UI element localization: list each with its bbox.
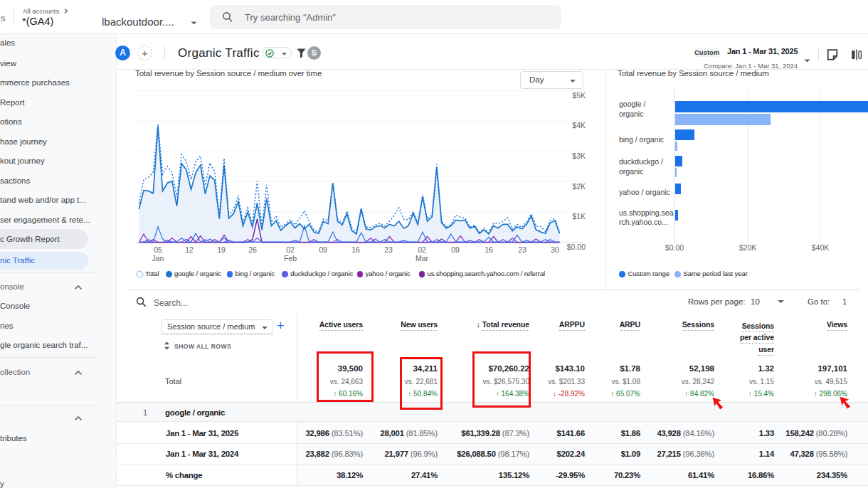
svg-text:09: 09 xyxy=(451,245,460,254)
svg-text:02: 02 xyxy=(418,245,426,254)
svg-text:yahoo / organic: yahoo / organic xyxy=(619,188,670,196)
svg-text:09: 09 xyxy=(319,245,327,254)
svg-text:$40K: $40K xyxy=(812,243,830,252)
svg-text:12: 12 xyxy=(185,245,194,254)
svg-text:23: 23 xyxy=(384,245,393,254)
svg-text:organic: organic xyxy=(619,167,643,176)
svg-text:google /: google / xyxy=(619,100,645,108)
svg-text:$2K: $2K xyxy=(572,182,586,191)
svg-text:$1K: $1K xyxy=(572,212,586,221)
svg-text:16: 16 xyxy=(351,245,360,254)
svg-text:02: 02 xyxy=(286,245,295,254)
svg-text:Mar: Mar xyxy=(416,254,429,262)
svg-text:Feb: Feb xyxy=(284,254,297,262)
svg-text:19: 19 xyxy=(217,245,226,254)
svg-text:$0.00: $0.00 xyxy=(665,243,684,252)
svg-text:16: 16 xyxy=(485,245,493,254)
svg-text:rch.yahoo.co...: rch.yahoo.co... xyxy=(619,218,668,226)
svg-text:30: 30 xyxy=(551,245,559,254)
svg-text:Jan: Jan xyxy=(152,254,164,262)
svg-text:$20K: $20K xyxy=(739,243,757,252)
svg-text:$3K: $3K xyxy=(572,152,586,160)
svg-text:$4K: $4K xyxy=(572,121,586,129)
svg-text:us.shopping.sea: us.shopping.sea xyxy=(619,208,674,217)
svg-text:bing / organic: bing / organic xyxy=(619,135,664,144)
svg-text:$5K: $5K xyxy=(572,91,586,100)
svg-text:organic: organic xyxy=(619,110,643,118)
svg-text:23: 23 xyxy=(518,245,526,254)
svg-text:$0.00: $0.00 xyxy=(567,243,586,251)
svg-text:26: 26 xyxy=(248,245,257,254)
svg-text:05: 05 xyxy=(154,245,162,254)
svg-text:duckduckgo /: duckduckgo / xyxy=(619,157,663,166)
